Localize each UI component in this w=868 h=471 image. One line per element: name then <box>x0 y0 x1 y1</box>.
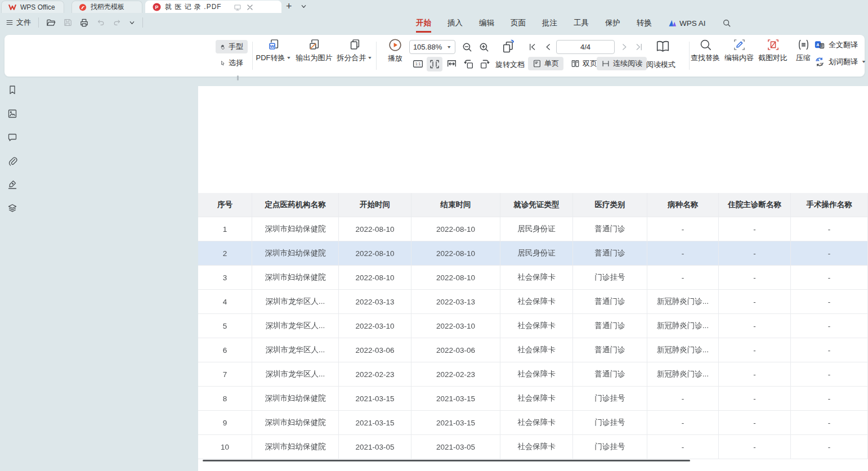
actual-size-icon[interactable]: 1:1 <box>412 58 424 70</box>
read-mode-book-icon[interactable] <box>655 39 670 54</box>
table-cell: 8 <box>198 387 252 411</box>
divider <box>252 42 253 70</box>
menu-tools[interactable]: 工具 <box>574 18 589 28</box>
svg-text:W: W <box>270 44 274 49</box>
pdf-convert-button[interactable]: W PDF转换▼ <box>254 38 293 63</box>
rotate-right-icon[interactable] <box>479 58 491 70</box>
table-cell: 社会保障卡 <box>500 266 573 290</box>
rotate-doc-label[interactable]: 旋转文档 <box>495 60 525 70</box>
tab-document-active[interactable]: P 就 医 记 录 .PDF <box>145 1 281 13</box>
menu-home[interactable]: 开始 <box>416 18 431 28</box>
table-cell: 门诊挂号 <box>573 411 647 435</box>
first-page-icon[interactable] <box>528 43 536 51</box>
fit-page-button[interactable] <box>427 57 442 71</box>
table-cell: 深圳市龙华区人... <box>252 314 339 338</box>
close-icon[interactable] <box>247 4 253 11</box>
table-cell: - <box>791 266 868 290</box>
table-cell: 深圳市龙华区人... <box>252 362 339 387</box>
read-mode-label[interactable]: 阅读模式 <box>646 60 675 70</box>
pdf-page[interactable]: 序号定点医药机构名称开始时间结束时间就诊凭证类型医疗类别病种名称住院主诊断名称手… <box>198 86 868 471</box>
attachment-icon <box>7 156 17 166</box>
tab-wps-office[interactable]: WPS Office <box>1 1 64 13</box>
save-icon[interactable] <box>63 18 72 27</box>
table-cell: 居民身份证 <box>500 241 573 266</box>
ribbon-toolbar: 手型 选择 W PDF转换▼ 输出为图片 拆分合并▼ 播放 105.88% ▼ … <box>5 35 865 77</box>
table-cell: 2022-08-10 <box>339 241 411 266</box>
file-menu-button[interactable]: 文件 <box>6 17 31 28</box>
table-cell: - <box>719 338 791 362</box>
svg-text:P: P <box>155 5 159 10</box>
table-cell: 深圳市妇幼保健院 <box>252 387 339 411</box>
menu-page[interactable]: 页面 <box>511 18 526 28</box>
table-cell: 深圳市妇幼保健院 <box>252 435 339 459</box>
word-translate-button[interactable]: A文 划词翻译 ▼ <box>814 56 866 68</box>
menu-search-icon[interactable] <box>722 19 731 28</box>
last-page-icon[interactable] <box>635 43 643 51</box>
table-cell: 2022-03-13 <box>411 290 500 314</box>
sidebar-comments-button[interactable] <box>7 132 18 143</box>
table-cell: 门诊挂号 <box>573 266 647 290</box>
select-tool-button[interactable]: 选择 <box>216 56 248 70</box>
monitor-icon[interactable] <box>234 3 241 11</box>
print-icon[interactable] <box>79 18 89 28</box>
hand-tool-button[interactable]: 手型 <box>216 40 248 53</box>
table-cell: 社会保障卡 <box>500 362 573 387</box>
rotate-left-icon[interactable] <box>463 58 475 70</box>
edit-content-icon <box>733 38 746 51</box>
table-cell: 普通门诊 <box>573 314 647 338</box>
organize-pages-icon[interactable] <box>501 39 516 54</box>
sidebar-signature-button[interactable] <box>7 179 18 190</box>
continuous-read-button[interactable]: 连续阅读 <box>597 57 647 70</box>
table-cell: 普通门诊 <box>573 338 647 362</box>
undo-icon[interactable] <box>96 18 105 27</box>
table-header-cell: 定点医药机构名称 <box>252 193 339 217</box>
prev-page-icon[interactable] <box>544 43 552 51</box>
split-merge-button[interactable]: 拆分合并▼ <box>335 38 374 63</box>
fit-width-icon[interactable] <box>446 58 458 70</box>
menu-wps-ai[interactable]: WPS AI <box>668 19 706 28</box>
table-cell: - <box>719 266 791 290</box>
page-number-input[interactable]: 4/4 <box>556 40 615 54</box>
zoom-level-select[interactable]: 105.88% ▼ <box>409 40 455 54</box>
export-image-button[interactable]: 输出为图片 <box>293 38 335 63</box>
menu-annotate[interactable]: 批注 <box>542 18 557 28</box>
document-title: 就 医 记 录 .PDF <box>165 2 222 12</box>
table-header-cell: 开始时间 <box>339 193 411 217</box>
new-tab-button[interactable]: + <box>286 0 292 12</box>
menu-protect[interactable]: 保护 <box>605 18 620 28</box>
redo-icon[interactable] <box>113 18 122 27</box>
sidebar-attachments-button[interactable] <box>7 155 18 167</box>
sidebar-thumbnails-button[interactable] <box>7 108 18 119</box>
open-folder-icon[interactable] <box>46 18 56 28</box>
table-cell: 居民身份证 <box>500 217 573 241</box>
table-cell: 2021-03-15 <box>411 387 500 411</box>
zoom-level-value: 105.88% <box>413 43 442 51</box>
hamburger-icon <box>6 19 14 26</box>
double-page-icon <box>571 59 580 68</box>
tab-docer[interactable]: 找稻壳模板 <box>71 1 142 13</box>
table-cell: - <box>719 362 791 387</box>
play-button[interactable]: 播放 <box>382 38 409 64</box>
ribbon-collapse-handle[interactable] <box>237 75 239 80</box>
table-cell: - <box>719 217 791 241</box>
table-cell: 4 <box>198 290 252 314</box>
menu-edit[interactable]: 编辑 <box>479 18 494 28</box>
menu-convert[interactable]: 转换 <box>637 18 652 28</box>
screenshot-compare-icon <box>767 38 780 51</box>
single-page-button[interactable]: 单页 <box>528 57 563 70</box>
tab-list-chevron-icon[interactable] <box>301 3 307 10</box>
full-translate-button[interactable]: A 全文翻译 <box>814 39 858 51</box>
zoom-in-icon[interactable] <box>478 42 490 53</box>
table-cell: 门诊挂号 <box>573 387 647 411</box>
table-cell: - <box>647 241 719 266</box>
menu-insert[interactable]: 插入 <box>448 18 463 28</box>
table-cell: 2022-08-10 <box>339 217 411 241</box>
next-page-icon[interactable] <box>620 43 629 51</box>
table-bottom-edge <box>203 460 690 461</box>
sidebar-bookmarks-button[interactable] <box>7 84 18 96</box>
word-translate-label: 划词翻译 <box>829 57 858 67</box>
sidebar-layers-button[interactable] <box>7 203 18 214</box>
pdf-file-icon: P <box>153 3 161 11</box>
zoom-out-icon[interactable] <box>462 42 473 53</box>
quick-access-chevron-icon[interactable] <box>129 20 135 26</box>
